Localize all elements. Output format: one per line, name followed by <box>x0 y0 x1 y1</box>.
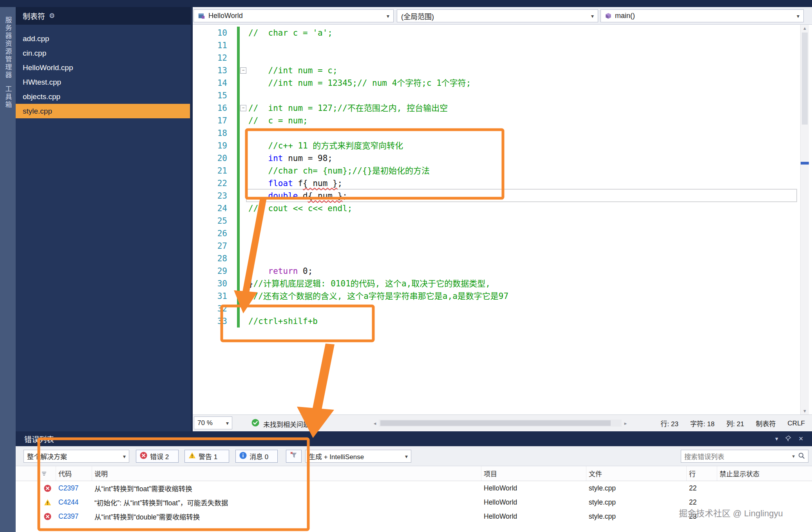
hscroll-track[interactable] <box>379 420 622 427</box>
status-char: 字符: 18 <box>690 418 714 428</box>
error-code-cell[interactable]: C4244 <box>56 498 92 507</box>
code-line[interactable]: // int num = 127;//不在范围之内, 控台输出空 <box>248 102 508 114</box>
code-line[interactable] <box>248 127 508 139</box>
scope-dropdown-label: (全局范围) <box>401 11 434 21</box>
file-item[interactable]: objects.cpp <box>16 89 191 104</box>
line-number: 11 <box>193 39 227 52</box>
panel-title: 制表符 <box>23 11 45 21</box>
scroll-up-icon[interactable]: ▲ <box>801 25 809 32</box>
horizontal-scrollbar[interactable]: ◂ ▸ <box>371 418 629 428</box>
file-item[interactable]: HWtest.cpp <box>16 75 191 89</box>
hscroll-thumb[interactable] <box>380 420 611 426</box>
code-line[interactable]: //ctrl+shilf+b <box>248 315 508 328</box>
code-line[interactable]: //还有这个数据的含义, 这个a字符是字符串那它是a,a是数字它是97 <box>248 290 508 302</box>
window-top-strip <box>0 0 812 7</box>
line-number: 27 <box>193 240 227 252</box>
solution-scope-dropdown[interactable]: 整个解决方案 ▾ <box>24 450 129 463</box>
code-line[interactable]: //char ch= {num};//{}是初始化的方法 <box>248 165 508 177</box>
pin-icon[interactable] <box>785 435 791 443</box>
scrollbar-thumb[interactable] <box>802 33 808 125</box>
close-icon[interactable]: ✕ <box>798 435 803 442</box>
search-icon[interactable] <box>798 452 805 460</box>
code-line[interactable] <box>248 302 508 315</box>
error-source-dropdown[interactable]: 生成 + IntelliSense ▾ <box>305 450 411 463</box>
scroll-left-icon[interactable]: ◂ <box>371 420 379 426</box>
column-header-project[interactable]: 项目 <box>481 466 586 481</box>
line-number: 12 <box>193 52 227 64</box>
error-search-input[interactable]: 搜索错误列表 ▾ <box>681 450 808 463</box>
editor-status-bar: 70 % ▾ 未找到相关问题 ◂ ▸ 行: 23 字符: 18 列: 21 制表… <box>193 414 812 431</box>
activity-tab[interactable]: 服务器资源管理器 <box>3 16 13 79</box>
column-header-line[interactable]: 行 <box>687 466 717 481</box>
code-line[interactable]: //int num = c; <box>248 64 508 77</box>
file-list: add.cppcin.cppHelloWorld.cppHWtest.cppob… <box>16 25 191 118</box>
line-number-gutter: 1011121314151617181920212223242526272829… <box>193 27 227 328</box>
code-line[interactable]: // char c = 'a'; <box>248 27 508 39</box>
member-dropdown-label: main() <box>615 12 635 20</box>
error-list-title: 错误列表 <box>24 434 54 444</box>
column-header-suppression[interactable]: 禁止显示状态 <box>717 466 812 481</box>
scope-dropdown[interactable]: (全局范围) ▾ <box>397 9 598 22</box>
caret-status: 行: 23 字符: 18 列: 21 制表符 CRLF <box>661 415 805 432</box>
caret-position-marker <box>801 162 809 165</box>
error-table-header: 代码 说明 项目 文件 行 禁止显示状态 <box>16 466 812 481</box>
activity-tab[interactable]: 工具箱 <box>3 85 13 109</box>
project-dropdown-label: HelloWorld <box>208 12 243 20</box>
code-viewport[interactable]: 1011121314151617181920212223242526272829… <box>193 25 800 414</box>
chevron-down-icon[interactable]: ▾ <box>792 453 795 459</box>
column-header-file[interactable]: 文件 <box>586 466 687 481</box>
column-header-description[interactable]: 说明 <box>92 466 481 481</box>
code-line[interactable] <box>248 39 508 52</box>
zoom-selector[interactable]: 70 % ▾ <box>194 416 232 429</box>
error-description-cell: 从“int”转换到“float”需要收缩转换 <box>92 483 481 493</box>
code-line[interactable]: }//计算机底层逻辑: 0101的代码, 这个a,取决于它的数据类型, <box>248 277 508 290</box>
code-line[interactable]: //c++ 11 的方式来判度宽窄向转化 <box>248 139 508 152</box>
code-line[interactable] <box>248 227 508 240</box>
search-placeholder: 搜索错误列表 <box>684 451 724 461</box>
code-line[interactable]: // cout << c<< endl; <box>248 202 508 215</box>
chevron-down-icon: ▾ <box>591 13 594 19</box>
member-dropdown[interactable]: main() ▾ <box>600 9 804 22</box>
warnings-filter-button[interactable]: 警告 1 <box>184 450 229 463</box>
line-number: 19 <box>193 139 227 152</box>
file-item[interactable]: style.cpp <box>16 104 190 118</box>
error-row[interactable]: C2397从“int”转换到“float”需要收缩转换HelloWorldsty… <box>16 481 812 495</box>
scroll-down-icon[interactable]: ▼ <box>801 407 809 414</box>
line-number: 32 <box>193 302 227 315</box>
code-line[interactable]: return 0; <box>248 265 508 277</box>
code-line[interactable]: int num = 98; <box>248 152 508 165</box>
fold-marker-icon[interactable]: − <box>240 67 246 74</box>
code-line[interactable] <box>248 215 508 227</box>
scroll-right-icon[interactable]: ▸ <box>622 420 629 426</box>
code-line[interactable] <box>248 52 508 64</box>
code-line[interactable]: //int num = 12345;// num 4个字符;c 1个字符; <box>248 77 508 89</box>
gear-icon[interactable]: ⚙ <box>49 12 55 20</box>
file-item[interactable]: cin.cpp <box>16 46 191 60</box>
cpp-project-icon <box>198 12 205 20</box>
code-line[interactable]: float f{ num }; <box>248 177 508 190</box>
line-number: 17 <box>193 114 227 127</box>
messages-count-label: 消息 0 <box>250 451 268 461</box>
error-file-cell: style.cpp <box>586 512 687 521</box>
severity-column-icon[interactable] <box>39 466 56 481</box>
file-item[interactable]: add.cpp <box>16 31 191 46</box>
file-item[interactable]: HelloWorld.cpp <box>16 60 191 75</box>
code-line[interactable]: double d{ num }; <box>248 190 508 202</box>
errors-filter-button[interactable]: 错误 2 <box>136 450 179 463</box>
column-header-code[interactable]: 代码 <box>56 466 92 481</box>
code-line[interactable]: // c = num; <box>248 114 508 127</box>
fold-marker-icon[interactable]: − <box>240 105 246 111</box>
code-line[interactable] <box>248 89 508 102</box>
window-position-icon[interactable]: ▾ <box>775 435 778 442</box>
line-number: 24 <box>193 202 227 215</box>
clear-filter-button[interactable] <box>286 450 302 463</box>
health-status[interactable]: 未找到相关问题 <box>263 419 310 429</box>
error-code-cell[interactable]: C2397 <box>56 512 92 521</box>
project-dropdown[interactable]: HelloWorld ▾ <box>194 9 394 22</box>
code-line[interactable] <box>248 240 508 252</box>
messages-filter-button[interactable]: 消息 0 <box>235 450 278 463</box>
line-number: 30 <box>193 277 227 290</box>
vertical-scrollbar[interactable]: ▲ ▼ <box>800 25 809 414</box>
error-code-cell[interactable]: C2397 <box>56 484 92 492</box>
code-line[interactable] <box>248 252 508 265</box>
